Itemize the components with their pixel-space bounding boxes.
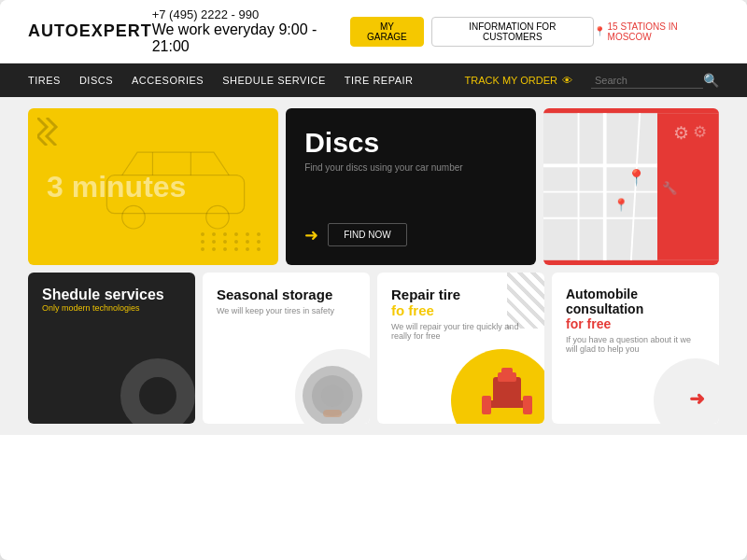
consult-arrow-icon[interactable]: ➜ [689,387,705,410]
info-button[interactable]: INFORMATION FOR CUSTOMERS [431,17,594,47]
location-icon: 📍 [594,26,605,36]
nav-items: TIRES DISCS ACCESORIES SHEDULE SERVICE T… [28,75,414,86]
arrow-icon: ➜ [304,225,318,245]
work-hours: We work everyday 9:00 - 21:00 [152,21,350,55]
my-garage-button[interactable]: MY GARAGE [350,17,424,47]
tire-svg [300,363,365,424]
navigation: TIRES DISCS ACCESORIES SHEDULE SERVICE T… [0,63,747,97]
nav-schedule[interactable]: SHEDULE SERVICE [222,75,326,86]
jack-svg [479,363,535,419]
phone-number: +7 (495) 2222 - 990 [152,7,350,21]
card-seasonal: Seasonal storage We will keep your tires… [203,273,370,424]
header-contact: +7 (495) 2222 - 990 We work everyday 9:0… [152,7,350,55]
zigzag-pattern [37,118,65,149]
svg-rect-21 [323,410,342,417]
track-label: TRACK MY ORDER [465,75,557,86]
logo: AUTOEXPERT [28,21,152,41]
card-repair: Repair tire fo free We will repair your … [377,273,544,424]
svg-text:🔧: 🔧 [662,180,678,196]
dots-pattern [201,232,264,251]
svg-rect-27 [523,396,532,414]
schedule-subtitle: Only modern technologies [42,303,181,313]
cards-row: Shedule services Only modern technologie… [28,273,719,424]
discs-title: Discs [304,127,517,159]
find-now-button[interactable]: FIND NOW [328,223,407,246]
main-content: 3 minutes Discs [0,97,747,435]
map-svg: ⚙ ⚙ 🔧 📍 📍 [543,108,719,265]
nav-discs[interactable]: DISCS [79,75,113,86]
seasonal-subtitle: We will keep your tires in safety [217,306,356,315]
svg-text:⚙: ⚙ [693,123,707,141]
search-input[interactable] [591,73,703,89]
card-schedule: Shedule services Only modern technologie… [28,273,195,424]
location-info: 📍 15 STATIONS IN MOSCOW [594,21,719,42]
nav-accessories[interactable]: ACCESORIES [132,75,204,86]
header: AUTOEXPERT +7 (495) 2222 - 990 We work e… [0,0,747,63]
browser-window: AUTOEXPERT +7 (495) 2222 - 990 We work e… [0,0,747,560]
repair-free-text: fo free [391,302,434,318]
svg-point-2 [206,205,230,229]
svg-point-20 [321,385,344,407]
nav-search: 🔍 [591,73,719,89]
discs-btn-row: ➜ FIND NOW [304,223,517,246]
svg-text:📍: 📍 [613,197,629,213]
banner-discs: Discs Find your discs using your car num… [286,108,536,265]
car-banner-title: 3 minutes [47,170,260,204]
tire-decoration [120,358,195,424]
nav-tire-repair[interactable]: TIRE REPAIR [345,75,414,86]
grey-circle [654,358,719,424]
consult-title: Automobile consultation for free [566,287,705,331]
schedule-title: Shedule services [42,287,181,303]
banner-car: 3 minutes [28,108,278,265]
header-buttons: MY GARAGE INFORMATION FOR CUSTOMERS [350,17,594,47]
search-icon[interactable]: 🔍 [703,73,719,88]
card-consult: Automobile consultation for free If you … [552,273,719,424]
svg-rect-26 [482,396,491,414]
track-order[interactable]: TRACK MY ORDER 👁 [465,75,572,86]
seasonal-title: Seasonal storage [217,287,356,302]
consult-free-text: for free [566,316,611,331]
discs-subtitle: Find your discs using your car number [304,162,517,173]
svg-point-1 [122,205,146,229]
stations-text: 15 STATIONS IN MOSCOW [608,21,719,42]
eye-icon: 👁 [562,75,572,86]
stripe-pattern [507,273,544,329]
banners-row: 3 minutes Discs [28,108,719,265]
svg-text:📍: 📍 [627,168,647,188]
svg-text:⚙: ⚙ [673,123,689,143]
banner-map: ⚙ ⚙ 🔧 📍 📍 [543,108,719,265]
nav-tires[interactable]: TIRES [28,75,61,86]
svg-rect-25 [501,368,513,375]
consult-subtitle: If you have a question about it we will … [566,335,705,354]
